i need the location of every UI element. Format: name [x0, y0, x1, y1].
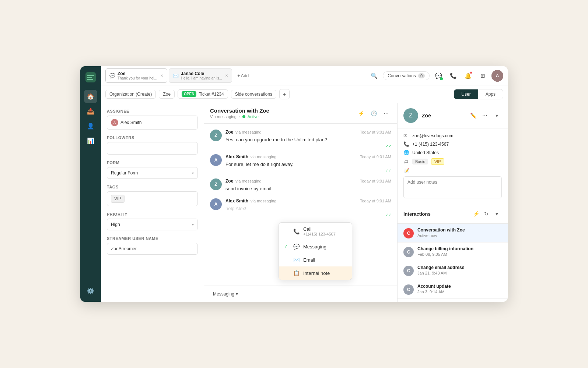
chat-icon-btn[interactable]: 💬 — [433, 70, 444, 82]
message-text: help Alex! — [225, 205, 391, 212]
tab-add-label: + Add — [237, 73, 249, 78]
message-header: Zoe via messaging Today at 9:01 AM — [225, 130, 391, 135]
svg-rect-3 — [87, 79, 93, 80]
filter-button[interactable]: ⚡ — [356, 108, 366, 118]
notifications-button[interactable]: 🔔 1 — [462, 70, 474, 82]
alex-avatar: A — [210, 154, 222, 166]
search-button[interactable]: 🔍 — [368, 70, 380, 82]
tab-zoe-preview: Thank you for your hel... — [118, 76, 157, 80]
message-content-partial: Alex Smith via messaging Today at 9:01 A… — [225, 198, 391, 217]
conversation-actions: ⚡ 🕐 ⋯ — [356, 108, 391, 118]
sidebar-inbox-icon[interactable]: 📥 — [84, 105, 97, 118]
user-tab[interactable]: User — [454, 89, 478, 99]
add-tab-button[interactable]: + — [279, 89, 290, 99]
zoe-avatar-2: Z — [210, 178, 222, 190]
email-icon: ✉️ — [293, 257, 300, 263]
message-row: A Alex Smith via messaging Today at 9:01… — [210, 154, 391, 173]
user-avatar[interactable]: A — [491, 70, 503, 82]
followers-field[interactable] — [107, 142, 198, 155]
topbar-actions: 🔍 Conversations 0 💬 📞 🔔 1 ⊞ A — [368, 70, 503, 82]
sender-via: via messaging — [235, 179, 261, 183]
priority-chevron-icon: ▾ — [192, 223, 194, 227]
streamer-field[interactable]: ZoeStreamer — [107, 243, 198, 255]
message-ticks: ✓✓ — [225, 144, 391, 148]
streamer-group: Streamer user name ZoeStreamer — [107, 236, 198, 255]
tags-field[interactable]: VIP — [107, 191, 198, 206]
message-text: send invoice by email — [225, 185, 391, 192]
message-row: Z Zoe via messaging Today at 9:01 AM sen… — [210, 178, 391, 192]
dropdown-messaging[interactable]: ✓ 💬 Messaging — [279, 240, 352, 253]
tab-janae-close[interactable]: ✕ — [225, 74, 228, 78]
channel-dropdown: 📞 Call +1(415) 123-4567 ✓ 💬 Messaging — [279, 222, 352, 280]
sender-name: Alex Smith — [225, 154, 248, 159]
sender-name: Alex Smith — [225, 198, 248, 204]
contact-actions: ✏️ ⋯ ▾ — [468, 110, 502, 121]
topbar: 💬 Zoe Thank you for your hel... ✕ ✉️ Jan… — [101, 66, 508, 85]
side-conv-label: Side conversations — [235, 92, 272, 97]
interaction-item[interactable]: C Change billing information Feb 08, 9:0… — [398, 243, 508, 261]
tab-janae-preview: Hello, I am having an is... — [181, 76, 222, 80]
org-breadcrumb[interactable]: Organization (Create) — [105, 90, 156, 99]
contact-avatar: Z — [403, 108, 418, 123]
alex-avatar-2: A — [210, 198, 222, 210]
zoe-breadcrumb[interactable]: Zoe — [159, 90, 175, 99]
sidebar-settings-icon[interactable]: ⚙️ — [84, 284, 97, 297]
dropdown-internal-note[interactable]: 📋 Internal note — [279, 266, 352, 280]
form-select[interactable]: Regular Form ▾ — [107, 167, 198, 179]
phone-icon: 📞 — [403, 141, 409, 147]
interaction-item[interactable]: C Account update Jan 3, 9:14 AM — [398, 280, 508, 299]
messaging-channel-button[interactable]: Messaging ▾ — [210, 290, 241, 298]
edit-contact-button[interactable]: ✏️ — [468, 110, 478, 121]
sender-via: via messaging — [251, 199, 276, 203]
ticket-badge[interactable]: OPEN Ticket #1234 — [178, 89, 228, 99]
phone-button[interactable]: 📞 — [447, 70, 459, 82]
more-options-button[interactable]: ⋯ — [381, 108, 391, 118]
followers-group: Followers — [107, 135, 198, 155]
tab-zoe-close[interactable]: ✕ — [160, 74, 163, 78]
interactions-refresh-button[interactable]: ↻ — [481, 209, 491, 219]
notification-badge: 1 — [469, 71, 472, 74]
contact-more-button[interactable]: ⋯ — [480, 110, 490, 121]
interactions-title: Interactions — [403, 211, 471, 217]
tab-janae[interactable]: ✉️ Janae Cole Hello, I am having an is..… — [169, 68, 232, 83]
sidebar-contacts-icon[interactable]: 👤 — [84, 119, 97, 132]
side-conversations-button[interactable]: Side conversations — [231, 90, 276, 99]
apps-tab[interactable]: Apps — [478, 89, 503, 99]
interactions-list: C Conversation with Zoe Active now C Cha… — [398, 224, 508, 302]
interaction-item[interactable]: C Conversation with Zoe Active now — [398, 224, 508, 243]
conversation-title: Conversation with Zoe — [210, 107, 269, 114]
message-time: Today at 9:01 AM — [360, 199, 391, 203]
sub-navbar: Organization (Create) Zoe OPEN Ticket #1… — [101, 85, 508, 103]
country-row: 🌐 United States — [403, 150, 502, 155]
conversations-label: Conversations — [388, 73, 416, 78]
contact-email: zoe@lovesdogs.com — [412, 133, 454, 138]
logo[interactable] — [84, 71, 97, 84]
tag-basic: Basic — [412, 159, 428, 164]
sidebar-home-icon[interactable]: 🏠 — [84, 90, 97, 103]
priority-group: Priority High ▾ — [107, 212, 198, 230]
sidebar: 🏠 📥 👤 📊 ⚙️ — [80, 66, 101, 302]
conversations-badge[interactable]: Conversations 0 — [383, 71, 430, 80]
user-notes-input[interactable] — [403, 176, 502, 198]
grid-button[interactable]: ⊞ — [477, 70, 489, 82]
dropdown-call[interactable]: 📞 Call +1(415) 123-4567 — [279, 223, 352, 240]
contact-collapse-button[interactable]: ▾ — [491, 110, 502, 121]
sidebar-analytics-icon[interactable]: 📊 — [84, 134, 97, 147]
priority-label: Priority — [107, 212, 198, 216]
interaction-item[interactable]: C Change email address Jan 21, 9:43 AM — [398, 261, 508, 280]
tag-vip-badge: VIP — [431, 158, 444, 165]
body-area: Assignee A Alex Smith Followers Form Reg… — [101, 103, 508, 302]
assignee-field[interactable]: A Alex Smith — [107, 116, 198, 130]
tab-add-button[interactable]: + Add — [234, 71, 252, 81]
interaction-sub: Active now — [417, 233, 502, 238]
message-ticks: ✓✓ — [225, 213, 391, 217]
contact-info: ✉ zoe@lovesdogs.com 📞 +1 (415) 123-4567 … — [398, 128, 508, 204]
history-button[interactable]: 🕐 — [368, 108, 379, 118]
interactions-collapse-button[interactable]: ▾ — [491, 209, 502, 219]
dropdown-email[interactable]: ✉️ Email — [279, 253, 352, 266]
tab-zoe[interactable]: 💬 Zoe Thank you for your hel... ✕ — [105, 68, 167, 83]
interactions-filter-button[interactable]: ⚡ — [471, 209, 481, 219]
interaction-title: Change billing information — [417, 246, 502, 251]
tags-row: 🏷 Basic VIP — [403, 158, 502, 165]
priority-select[interactable]: High ▾ — [107, 219, 198, 230]
